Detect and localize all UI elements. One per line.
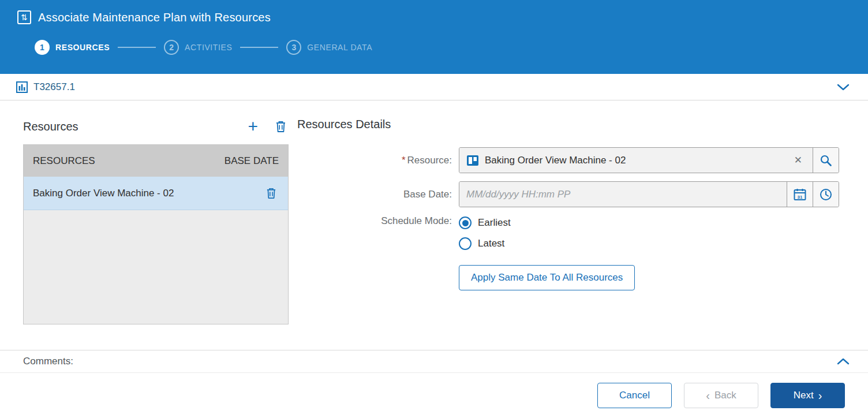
delete-row-button[interactable] — [264, 185, 279, 201]
back-button[interactable]: ‹ Back — [684, 383, 758, 408]
required-marker: * — [402, 155, 406, 166]
resources-list-header: Resources + — [23, 118, 289, 135]
dialog-footer: Cancel ‹ Back Next › — [0, 373, 868, 418]
apply-same-date-button[interactable]: Apply Same Date To All Resources — [459, 265, 635, 290]
step-connector — [240, 47, 278, 48]
clear-resource-icon[interactable]: ✕ — [791, 153, 806, 167]
schedule-mode-label: Schedule Mode: — [297, 215, 459, 227]
resources-table-header: RESOURCES BASE DATE — [24, 145, 288, 177]
resources-list-panel: Resources + — [23, 118, 289, 350]
step-number-3: 3 — [286, 40, 301, 55]
resource-input-group: Baking Order View Machine - 02 ✕ — [459, 147, 839, 173]
step-label-general-data: GENERAL DATA — [307, 43, 372, 52]
associate-maintenance-plan-dialog: ⇅ Associate Maintenance Plan with Resour… — [0, 0, 868, 418]
radio-earliest-circle — [459, 217, 472, 229]
resource-search-button[interactable] — [813, 148, 839, 173]
comments-bar: Comments: — [0, 350, 868, 373]
resources-table-empty-area — [24, 210, 288, 324]
cancel-button[interactable]: Cancel — [597, 383, 672, 408]
base-date-input-group: 31 — [459, 181, 839, 207]
associate-plan-icon: ⇅ — [17, 10, 31, 24]
search-icon — [820, 154, 832, 167]
apply-row: Apply Same Date To All Resources — [297, 265, 845, 290]
step-label-activities: ACTIVITIES — [185, 43, 232, 52]
step-number-2: 2 — [164, 40, 179, 55]
radio-latest-label: Latest — [478, 238, 504, 249]
resources-toolbar: + — [245, 118, 289, 135]
calendar-icon: 31 — [794, 188, 806, 201]
step-connector — [118, 47, 156, 48]
plan-id-label: T32657.1 — [33, 81, 75, 93]
resource-input[interactable]: Baking Order View Machine - 02 ✕ — [459, 148, 813, 173]
step-label-resources: RESOURCES — [55, 43, 110, 52]
time-picker-button[interactable] — [813, 182, 839, 207]
svg-text:31: 31 — [798, 194, 803, 199]
plan-bar: T32657.1 — [0, 74, 868, 100]
details-panel-title: Resources Details — [297, 118, 845, 131]
resources-panel-title: Resources — [23, 120, 78, 133]
add-resource-button[interactable]: + — [245, 118, 260, 135]
chevron-left-icon: ‹ — [706, 390, 710, 401]
trash-icon — [266, 187, 276, 199]
resource-details-panel: Resources Details *Resource: — [289, 118, 845, 350]
main-content: Resources + — [0, 100, 868, 350]
delete-resources-button[interactable] — [273, 118, 289, 135]
step-resources[interactable]: 1 RESOURCES — [35, 40, 110, 55]
next-button-label: Next — [794, 390, 814, 401]
radio-earliest-label: Earliest — [478, 217, 511, 229]
column-base-date: BASE DATE — [225, 155, 279, 167]
plan-chart-icon — [16, 81, 28, 93]
schedule-mode-radio-group: Earliest Latest — [459, 215, 511, 250]
calendar-picker-button[interactable]: 31 — [787, 182, 813, 207]
back-button-label: Back — [714, 390, 736, 401]
resource-row-name: Baking Order View Machine - 02 — [33, 188, 174, 199]
resource-value: Baking Order View Machine - 02 — [485, 155, 626, 166]
radio-latest-circle — [459, 237, 472, 250]
collapse-chevron-down-icon[interactable] — [835, 81, 852, 93]
comments-chevron-up-icon[interactable] — [835, 356, 852, 367]
resources-table: RESOURCES BASE DATE Baking Order View Ma… — [23, 144, 289, 324]
dialog-header: ⇅ Associate Maintenance Plan with Resour… — [0, 0, 868, 74]
radio-latest[interactable]: Latest — [459, 237, 511, 250]
chevron-right-icon: › — [818, 390, 822, 401]
step-general-data[interactable]: 3 GENERAL DATA — [286, 40, 372, 55]
equipment-icon — [466, 154, 479, 167]
radio-earliest[interactable]: Earliest — [459, 217, 511, 229]
wizard-stepper: 1 RESOURCES 2 ACTIVITIES 3 GENERAL DATA — [35, 40, 851, 55]
page-title: Associate Maintenance Plan with Resource… — [38, 11, 271, 24]
next-button[interactable]: Next › — [770, 383, 845, 408]
base-date-input[interactable] — [459, 182, 787, 207]
column-resources: RESOURCES — [33, 155, 95, 167]
base-date-field-label: Base Date: — [297, 189, 459, 200]
step-activities[interactable]: 2 ACTIVITIES — [164, 40, 232, 55]
resource-field-label: *Resource: — [297, 155, 459, 166]
base-date-field-row: Base Date: 31 — [297, 181, 845, 207]
table-row[interactable]: Baking Order View Machine - 02 — [24, 177, 288, 210]
plus-icon: + — [248, 120, 258, 133]
title-row: ⇅ Associate Maintenance Plan with Resour… — [17, 10, 851, 24]
comments-label: Comments: — [23, 356, 73, 367]
clock-icon — [820, 188, 832, 201]
resource-field-row: *Resource: Baking Order View Machine - 0… — [297, 147, 845, 173]
step-number-1: 1 — [35, 40, 50, 55]
schedule-mode-row: Schedule Mode: Earliest Latest — [297, 215, 845, 250]
trash-icon — [275, 120, 286, 133]
cancel-button-label: Cancel — [619, 390, 650, 401]
